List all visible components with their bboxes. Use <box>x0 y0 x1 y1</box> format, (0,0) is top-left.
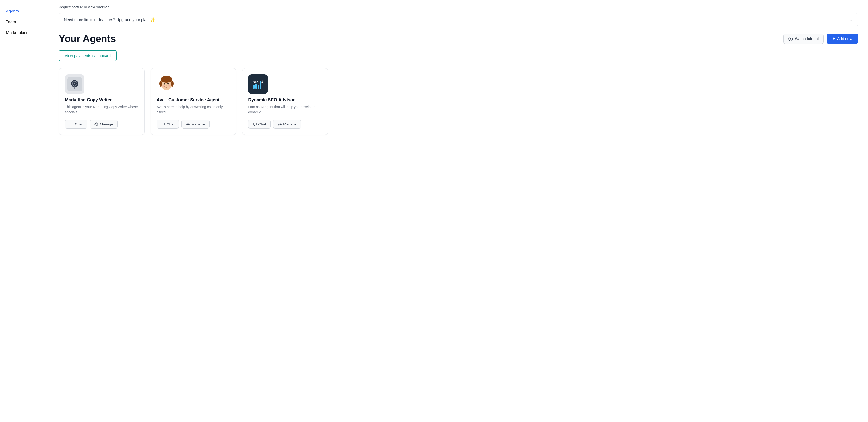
svg-marker-1 <box>790 38 792 39</box>
agent-name-seo: Dynamic SEO Advisor <box>248 97 322 102</box>
svg-rect-31 <box>257 85 259 89</box>
svg-rect-30 <box>255 84 257 89</box>
play-icon <box>788 37 793 41</box>
sidebar: Agents Team Marketplace <box>0 0 49 422</box>
sidebar-item-agents[interactable]: Agents <box>0 6 49 17</box>
svg-point-19 <box>164 83 165 85</box>
agent-avatar-seo: seo <box>248 74 268 94</box>
card-actions-marketing: Chat Manage <box>65 120 138 129</box>
upgrade-banner-text: Need more limits or features? Upgrade yo… <box>64 18 149 22</box>
agent-avatar-marketing <box>65 74 85 94</box>
sidebar-item-marketplace[interactable]: Marketplace <box>0 27 49 38</box>
chat-icon <box>161 122 165 126</box>
plus-icon: + <box>833 36 835 41</box>
gear-icon <box>94 122 98 126</box>
watch-tutorial-button[interactable]: Watch tutorial <box>783 34 824 44</box>
card-actions-ava: Chat Manage <box>157 120 230 129</box>
page-header: Your Agents Watch tutorial + Add new <box>59 33 858 44</box>
svg-point-34 <box>279 124 281 125</box>
chat-button-seo[interactable]: Chat <box>248 120 271 129</box>
request-feature-link[interactable]: Request feature or view roadmap <box>59 5 110 9</box>
ava-icon <box>157 74 176 94</box>
svg-point-14 <box>96 124 97 125</box>
svg-point-23 <box>168 85 170 87</box>
gear-icon <box>278 122 282 126</box>
agents-grid: Marketing Copy Writer This agent is your… <box>59 68 328 135</box>
agent-name-ava: Ava - Customer Service Agent <box>157 97 230 102</box>
svg-point-17 <box>159 81 162 87</box>
chat-icon <box>69 122 73 126</box>
svg-point-11 <box>74 86 75 87</box>
seo-icon: seo <box>251 77 265 92</box>
chevron-down-icon: ⌄ <box>849 17 853 23</box>
svg-point-22 <box>162 85 165 87</box>
svg-point-21 <box>166 85 167 86</box>
svg-point-24 <box>187 124 189 125</box>
card-actions-seo: Chat Manage <box>248 120 322 129</box>
manage-button-ava[interactable]: Manage <box>181 120 209 129</box>
page-title: Your Agents <box>59 33 116 44</box>
sidebar-item-team[interactable]: Team <box>0 17 49 27</box>
svg-point-20 <box>167 83 169 85</box>
svg-point-18 <box>171 81 174 87</box>
agent-avatar-ava <box>157 74 176 94</box>
agent-desc-ava: Ava is here to help by answering commonl… <box>157 104 230 115</box>
agent-desc-seo: I am an AI agent that will help you deve… <box>248 104 322 115</box>
main-content: Request feature or view roadmap Need mor… <box>49 0 868 422</box>
svg-text:seo: seo <box>253 80 258 84</box>
agent-card-ava: Ava - Customer Service Agent Ava is here… <box>151 68 237 135</box>
manage-button-marketing[interactable]: Manage <box>90 120 118 129</box>
agent-desc-marketing: This agent is your Marketing Copy Writer… <box>65 104 138 115</box>
agent-card-marketing-copy-writer: Marketing Copy Writer This agent is your… <box>59 68 145 135</box>
svg-rect-29 <box>253 85 255 89</box>
agent-name-marketing: Marketing Copy Writer <box>65 97 138 102</box>
svg-point-16 <box>161 76 172 83</box>
marketing-icon <box>67 77 82 92</box>
sparkle-icon: ✨ <box>150 17 155 23</box>
upgrade-banner[interactable]: Need more limits or features? Upgrade yo… <box>59 13 858 26</box>
view-payments-button[interactable]: View payments dashboard <box>59 50 117 61</box>
svg-rect-25 <box>251 77 265 92</box>
svg-point-7 <box>76 82 77 83</box>
chat-button-marketing[interactable]: Chat <box>65 120 87 129</box>
chat-button-ava[interactable]: Chat <box>157 120 179 129</box>
add-new-button[interactable]: + Add new <box>827 34 858 44</box>
svg-point-8 <box>76 84 77 85</box>
svg-point-6 <box>74 81 75 82</box>
chat-icon <box>253 122 257 126</box>
top-bar: Request feature or view roadmap <box>59 5 858 9</box>
gear-icon <box>186 122 190 126</box>
svg-rect-32 <box>260 82 261 89</box>
svg-point-9 <box>72 82 73 83</box>
agent-card-seo: seo Dynamic SEO Advisor I am an AI agent… <box>242 68 328 135</box>
manage-button-seo[interactable]: Manage <box>273 120 301 129</box>
svg-point-10 <box>72 84 73 85</box>
header-actions: Watch tutorial + Add new <box>783 34 858 44</box>
svg-point-5 <box>74 83 75 85</box>
